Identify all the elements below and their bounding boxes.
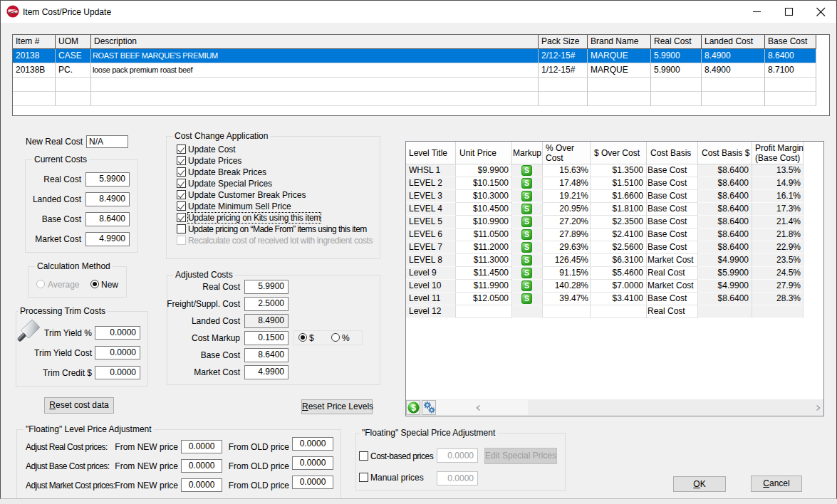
svg-text:S: S	[524, 191, 529, 200]
svg-text:S: S	[524, 294, 529, 303]
svg-text:$: $	[411, 403, 416, 413]
svg-text:S: S	[524, 204, 529, 213]
svg-text:S: S	[524, 217, 529, 226]
svg-text:S: S	[524, 268, 529, 277]
svg-text:S: S	[524, 281, 529, 290]
svg-text:S: S	[524, 256, 529, 264]
svg-text:S: S	[524, 243, 529, 251]
svg-text:S: S	[524, 230, 529, 238]
svg-text:S: S	[524, 179, 529, 187]
svg-text:S: S	[524, 166, 529, 174]
